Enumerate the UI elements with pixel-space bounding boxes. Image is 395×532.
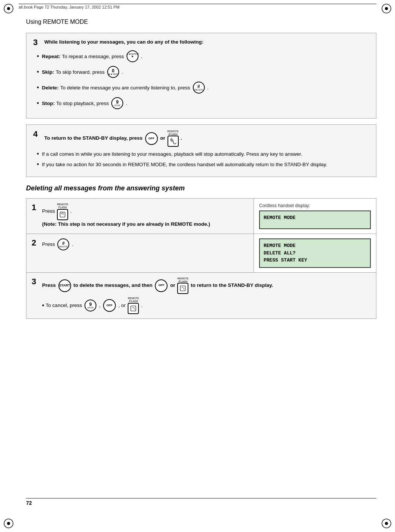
start-button: START bbox=[58, 279, 71, 292]
svg-rect-9 bbox=[181, 286, 186, 291]
page-number: 72 bbox=[26, 500, 32, 506]
step3-header-text: While listening to your messages, you ca… bbox=[44, 38, 369, 46]
bullet-skip: Skip: To skip forward, press 0 ►►SKIP . bbox=[37, 66, 369, 78]
svg-point-5 bbox=[7, 522, 10, 525]
step4-header-row: 4 To return to the STAND-BY display, pre… bbox=[33, 130, 369, 147]
bullet-repeat: Repeat: To repeat a message, press ◄◄REP… bbox=[37, 50, 369, 62]
step4-bullet-list: If a call comes in while you are listeni… bbox=[33, 151, 369, 168]
step3-bullet-list: Repeat: To repeat a message, press ◄◄REP… bbox=[33, 50, 369, 109]
skip-button-icon: 0 ►►SKIP bbox=[107, 66, 119, 78]
delete-button-icon: # DELETE bbox=[193, 82, 205, 94]
bullet-repeat-text: Repeat: To repeat a message, press ◄◄REP… bbox=[42, 50, 143, 62]
display-header-1: Cordless handset display: bbox=[259, 203, 371, 208]
cancel-remote-icon bbox=[128, 303, 139, 314]
stop-button-icon: 9 STOP bbox=[111, 97, 123, 109]
deleting-step1-row: 1 Press REMOTEFLASH bbox=[26, 199, 376, 234]
repeat-button-icon: ◄◄REPEAT * bbox=[127, 50, 138, 62]
svg-point-1 bbox=[7, 7, 10, 10]
step2-row-num: 2 Press # DELETE . bbox=[32, 238, 248, 250]
deleting-step1-display: Cordless handset display: REMOTE MODE bbox=[254, 199, 376, 234]
step4-text: To return to the STAND-BY display, press… bbox=[44, 130, 369, 147]
svg-rect-10 bbox=[131, 306, 136, 311]
deleting-step2-row: 2 Press # DELETE . REMOTE MODEDELETE ALL… bbox=[26, 234, 376, 273]
display-screen-2: REMOTE MODEDELETE ALL?PRESS START KEY bbox=[259, 238, 371, 268]
step1-number: 1 bbox=[32, 203, 39, 212]
step3d-number: 3 bbox=[32, 277, 39, 286]
step1-content: Press REMOTEFLASH . bbox=[42, 203, 210, 228]
step3-number: 3 bbox=[33, 38, 41, 47]
step1-remote-button: REMOTEFLASH bbox=[57, 203, 68, 220]
step3-row-num: 3 Press START to delete the messages, an… bbox=[32, 277, 371, 314]
deleting-step1-cell: 1 Press REMOTEFLASH bbox=[26, 199, 254, 234]
step4-bullet-2: If you take no action for 30 seconds in … bbox=[37, 161, 369, 168]
deleting-step3-cell: 3 Press START to delete the messages, an… bbox=[26, 272, 376, 319]
cancel-stop-icon: 9 STOP bbox=[85, 300, 96, 311]
deleting-step2-display: REMOTE MODEDELETE ALL?PRESS START KEY bbox=[254, 234, 376, 273]
bullet-stop: Stop: To stop playback, press 9 STOP . bbox=[37, 97, 369, 109]
cancel-remote-button: REMOTE/FLASH bbox=[128, 297, 139, 314]
step3-box: 3 While listening to your messages, you … bbox=[26, 33, 376, 118]
bullet-delete: Delete: To delete the message you are cu… bbox=[37, 82, 369, 94]
display-screen-1: REMOTE MODE bbox=[259, 210, 371, 229]
bullet-delete-text: Delete: To delete the message you are cu… bbox=[42, 82, 209, 94]
off-button: OFF bbox=[145, 132, 158, 145]
step3-remote-icon bbox=[177, 283, 188, 294]
corner-decoration-bl bbox=[3, 518, 14, 529]
deleting-step3-row: 3 Press START to delete the messages, an… bbox=[26, 272, 376, 319]
step3-header-row: 3 While listening to your messages, you … bbox=[33, 38, 369, 47]
bullet-stop-text: Stop: To stop playback, press 9 STOP . bbox=[42, 97, 127, 109]
corner-decoration-tr bbox=[381, 3, 392, 14]
section-title: Deleting all messages from the answering… bbox=[26, 184, 376, 192]
start-label: START bbox=[59, 283, 70, 288]
file-info-text: all.book Page 72 Thursday, January 17, 2… bbox=[19, 5, 120, 9]
bottom-border bbox=[26, 498, 376, 498]
step3-remote-button: REMOTE/FLASH bbox=[177, 277, 188, 294]
svg-point-7 bbox=[385, 522, 388, 525]
cancel-off-button: OFF bbox=[103, 299, 116, 312]
remote-flash-icon bbox=[168, 136, 179, 147]
svg-rect-8 bbox=[60, 212, 66, 217]
step2-number: 2 bbox=[32, 238, 39, 247]
step4-box: 4 To return to the STAND-BY display, pre… bbox=[26, 124, 376, 177]
step4-bullet-1: If a call comes in while you are listeni… bbox=[37, 151, 369, 157]
remote-flash-button: REMOTE/FLASH bbox=[168, 130, 179, 147]
deleting-step2-cell: 2 Press # DELETE . bbox=[26, 234, 254, 273]
bullet-skip-text: Skip: To skip forward, press 0 ►►SKIP . bbox=[42, 66, 123, 78]
step2-delete-icon: # DELETE bbox=[57, 238, 69, 250]
svg-point-3 bbox=[385, 7, 388, 10]
corner-decoration-br bbox=[381, 518, 392, 529]
step2-content: Press # DELETE . bbox=[42, 238, 73, 250]
file-info-bar: all.book Page 72 Thursday, January 17, 2… bbox=[19, 4, 376, 11]
deleting-steps-table: 1 Press REMOTEFLASH bbox=[26, 198, 376, 319]
step3d-content: Press START to delete the messages, and … bbox=[42, 277, 273, 314]
page-heading: Using REMOTE MODE bbox=[26, 19, 376, 25]
step1-remote-icon bbox=[57, 209, 68, 220]
corner-decoration-tl bbox=[3, 3, 14, 14]
step4-number: 4 bbox=[33, 130, 41, 138]
step3d-cancel: To cancel, press 9 STOP , OFF , or bbox=[42, 297, 273, 314]
step3-off-button: OFF bbox=[155, 279, 168, 292]
step1-row-num: 1 Press REMOTEFLASH bbox=[32, 203, 248, 228]
